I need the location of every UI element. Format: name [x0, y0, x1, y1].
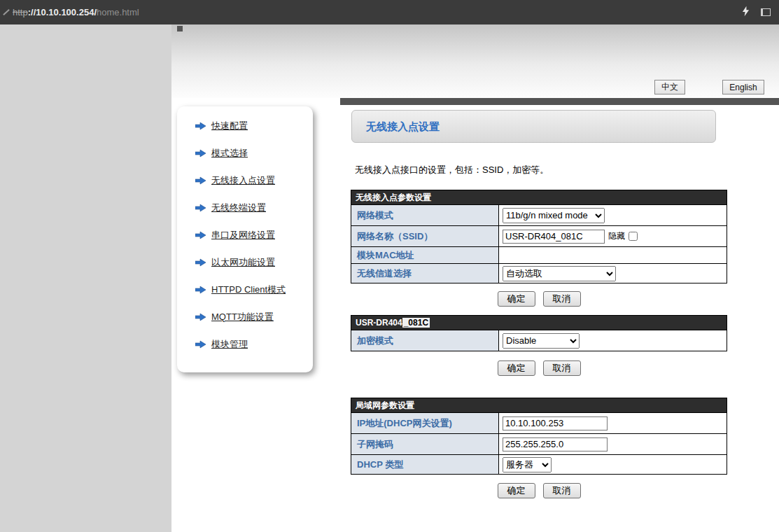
- lan-cancel-button[interactable]: 取消: [543, 483, 581, 498]
- page-description: 无线接入点接口的设置，包括：SSID，加密等。: [355, 164, 549, 176]
- security-ok-button[interactable]: 确定: [498, 360, 535, 376]
- table-row: 网络模式 11b/g/n mixed mode: [351, 204, 727, 225]
- arrow-right-icon: [195, 176, 206, 185]
- table-row: 子网掩码: [351, 433, 727, 454]
- sidebar-item-label: 以太网功能设置: [211, 256, 275, 269]
- dhcp-type-select[interactable]: 服务器: [503, 457, 552, 472]
- sidebar-item-quick-config[interactable]: 快速配置: [177, 112, 313, 139]
- table-row: 无线信道选择 自动选取: [351, 263, 727, 283]
- sidebar-item-label: 快速配置: [211, 120, 248, 132]
- sidebar-item-label: 模式选择: [211, 147, 248, 160]
- frame-expand-icon[interactable]: [761, 8, 771, 16]
- sidebar-item-ethernet[interactable]: 以太网功能设置: [177, 248, 313, 276]
- table-row: DHCP 类型 服务器: [351, 454, 727, 474]
- sidebar-item-module-manage[interactable]: 模块管理: [177, 330, 313, 358]
- lan-ok-button[interactable]: 确定: [498, 483, 535, 498]
- sidebar-item-mode-select[interactable]: 模式选择: [177, 139, 313, 167]
- sidebar-nav: 快速配置 模式选择 无线接入点设置 无线终端设置 串口及网络设置 以太网功能设置: [177, 106, 313, 372]
- hide-ssid-label: 隐藏: [608, 230, 625, 242]
- subnet-mask-input[interactable]: [503, 438, 608, 451]
- sidebar-item-mqtt[interactable]: MQTT功能设置: [177, 303, 313, 330]
- sidebar-item-sta-settings[interactable]: 无线终端设置: [177, 194, 313, 221]
- sidebar-item-httpd-client[interactable]: HTTPD Client模式: [177, 276, 313, 303]
- security-cancel-button[interactable]: 取消: [543, 360, 581, 376]
- url-page: home.html: [97, 7, 139, 18]
- ssid-label: 网络名称（SSID）: [351, 226, 499, 246]
- sidebar-item-label: 无线接入点设置: [211, 174, 275, 187]
- lightning-icon[interactable]: [742, 6, 750, 20]
- corner-mark-icon: [177, 26, 183, 31]
- language-english-button[interactable]: English: [722, 80, 764, 94]
- sidebar-item-ap-settings[interactable]: 无线接入点设置: [177, 167, 313, 194]
- mac-address-value: [499, 247, 727, 263]
- arrow-right-icon: [195, 204, 206, 212]
- arrow-right-icon: [195, 122, 206, 130]
- network-mode-select[interactable]: 11b/g/n mixed mode: [503, 208, 605, 223]
- encryption-mode-label: 加密模式: [351, 330, 499, 351]
- header-gradient: [171, 24, 779, 98]
- encryption-mode-select[interactable]: Disable: [503, 333, 580, 349]
- ssid-input[interactable]: [503, 230, 605, 244]
- insecure-slash-icon: [3, 9, 10, 15]
- header-divider-bar: [340, 98, 779, 105]
- browser-topbar: http://10.10.100.254/home.html: [0, 0, 779, 24]
- page-title: 无线接入点设置: [351, 110, 716, 143]
- arrow-right-icon: [195, 258, 206, 267]
- ssid-header-prefix: USR-DR404: [356, 318, 402, 328]
- ap-cancel-button[interactable]: 取消: [543, 291, 581, 307]
- sidebar-item-label: 模块管理: [211, 338, 248, 351]
- lan-settings-table: 局域网参数设置 IP地址(DHCP网关设置) 子网掩码 DHCP 类型 服务器: [351, 398, 727, 475]
- screen: http://10.10.100.254/home.html 中文 Englis…: [0, 0, 779, 532]
- table-row: IP地址(DHCP网关设置): [351, 412, 727, 433]
- table-header: USR-DR404_081C: [351, 316, 727, 330]
- security-table: USR-DR404_081C 加密模式 Disable: [351, 315, 727, 351]
- table-row: 加密模式 Disable: [351, 330, 727, 351]
- arrow-right-icon: [195, 149, 206, 158]
- subnet-mask-label: 子网掩码: [351, 434, 499, 454]
- dhcp-type-label: DHCP 类型: [351, 455, 499, 474]
- arrow-right-icon: [195, 231, 206, 239]
- arrow-right-icon: [195, 313, 206, 321]
- wifi-channel-label: 无线信道选择: [351, 264, 499, 283]
- ip-address-input[interactable]: [503, 416, 608, 430]
- table-header: 局域网参数设置: [351, 398, 727, 412]
- network-mode-label: 网络模式: [351, 205, 499, 225]
- ssid-header-highlight: _081C: [402, 318, 430, 328]
- hide-ssid-checkbox[interactable]: [629, 232, 638, 241]
- arrow-right-icon: [195, 286, 206, 294]
- page-content: 中文 English 快速配置 模式选择 无线接入点设置 无线终端设置: [171, 24, 779, 532]
- desktop-left-pane: [0, 24, 171, 532]
- table-header: 无线接入点参数设置: [351, 190, 727, 204]
- language-chinese-button[interactable]: 中文: [654, 80, 685, 94]
- wifi-channel-select[interactable]: 自动选取: [503, 266, 616, 281]
- sidebar-item-uart-network[interactable]: 串口及网络设置: [177, 221, 313, 248]
- url-host: ://10.10.100.254/: [28, 7, 97, 18]
- arrow-right-icon: [195, 340, 206, 349]
- table-row: 网络名称（SSID） 隐藏: [351, 225, 727, 246]
- address-bar[interactable]: http://10.10.100.254/home.html: [0, 7, 139, 18]
- ip-address-label: IP地址(DHCP网关设置): [351, 413, 499, 433]
- sidebar-item-label: MQTT功能设置: [211, 311, 274, 323]
- sidebar-item-label: 无线终端设置: [211, 202, 266, 214]
- table-row: 模块MAC地址: [351, 246, 727, 263]
- sidebar-item-label: HTTPD Client模式: [211, 284, 286, 296]
- mac-address-label: 模块MAC地址: [351, 247, 499, 263]
- ap-settings-table: 无线接入点参数设置 网络模式 11b/g/n mixed mode 网络名称（S…: [351, 190, 727, 284]
- sidebar-item-label: 串口及网络设置: [211, 229, 275, 241]
- url-scheme: http: [13, 7, 28, 18]
- ap-ok-button[interactable]: 确定: [498, 291, 535, 307]
